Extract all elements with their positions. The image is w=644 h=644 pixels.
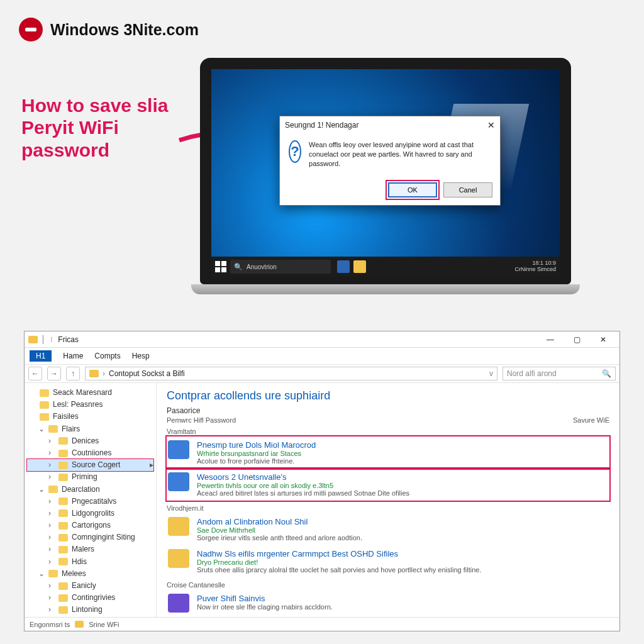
expand-icon: › xyxy=(48,556,55,568)
ribbon-tab-compts[interactable]: Compts xyxy=(94,352,120,360)
expand-icon: › xyxy=(48,604,55,616)
laptop-mockup: Seungnd 1! Nendagar ✕ ? Wean offls leoy … xyxy=(200,58,571,294)
item-subtitle: Wrhirte brsunpastsnard iar Staces xyxy=(197,450,316,457)
tree-node[interactable]: ›Lintoning xyxy=(27,604,153,616)
tree-node[interactable]: ›Cartorigons xyxy=(27,519,153,531)
start-button[interactable] xyxy=(215,261,226,272)
item-subtitle: Sae Dove Mithrhell xyxy=(197,526,362,534)
tree-node[interactable]: ›Pngecatitalvs xyxy=(27,496,153,508)
expand-icon: › xyxy=(48,435,55,447)
tree-node[interactable]: ›Coutniiones xyxy=(27,447,153,459)
item-desc: Acolue to frore porfaivie fhteine. xyxy=(197,457,316,465)
content-item[interactable]: Pnesmp ture Dols Miol MarocrodWrhirte br… xyxy=(167,436,609,469)
chevron-right-icon: › xyxy=(103,369,105,378)
desktop-screen: Seungnd 1! Nendagar ✕ ? Wean offls leoy … xyxy=(200,58,571,284)
content-item[interactable]: Nadhw Sls eifils mrgenter Carmmpct Best … xyxy=(167,545,609,577)
explorer-window: ▏ ⁞ Fricas — ▢ ✕ H1 Hame Compts Hesp ← →… xyxy=(24,331,620,631)
item-desc: Now irr otee sle lfle claging rnabirs ac… xyxy=(197,603,333,611)
taskbar-app-1[interactable] xyxy=(337,260,350,273)
explorer-search[interactable]: Nord alfi arond 🔍 xyxy=(502,367,616,380)
folder-icon xyxy=(58,534,68,541)
breadcrumb[interactable]: › Contoput Sockst a Bilfi v xyxy=(85,367,497,380)
folder-icon xyxy=(58,522,68,530)
item-title: Pnesmp ture Dols Miol Marocrod xyxy=(197,440,316,450)
chevron-right-icon: ▸ xyxy=(150,459,153,471)
system-tray[interactable]: 18:1 10:9 CrNinne Simced xyxy=(514,260,556,273)
folder-icon xyxy=(40,413,49,421)
content-item[interactable]: Puver Shifl SainvisNow irr otee sle lfle… xyxy=(167,590,609,616)
ribbon-tabs: H1 Hame Compts Hesp xyxy=(25,348,619,364)
cancel-button[interactable]: Canel xyxy=(443,182,492,197)
maximize-button[interactable]: ▢ xyxy=(564,333,589,347)
taskbar-app-explorer[interactable] xyxy=(353,260,366,273)
tree-node[interactable]: ›Lidgongrolits xyxy=(27,508,153,519)
tree-node[interactable]: ›Comngingint Siting xyxy=(27,531,153,543)
tree-label: Comngingint Siting xyxy=(72,531,135,543)
item-desc: Aceacl ared bitiret lstes si arturses ir… xyxy=(197,489,409,497)
folder-icon xyxy=(58,462,68,469)
folder-icon xyxy=(58,509,68,517)
folder-icon xyxy=(58,606,68,614)
content-item[interactable]: Wesoors 2 Unetsnvalle'sPewertin tivhls o… xyxy=(167,469,609,501)
status-value: Srine WFi xyxy=(89,621,119,628)
tree-node[interactable]: ⌄Dearclation xyxy=(27,484,153,496)
nav-forward-button[interactable]: → xyxy=(47,367,61,380)
tree-node[interactable]: ⌄Flairs xyxy=(27,423,153,435)
tree-node[interactable]: ›Contingrivies xyxy=(27,592,153,604)
search-icon: 🔍 xyxy=(602,369,611,378)
tree-label: Malers xyxy=(72,543,94,555)
folder-icon xyxy=(58,558,68,565)
folder-icon xyxy=(75,621,84,628)
folder-icon xyxy=(40,389,49,397)
folder-icon xyxy=(58,474,68,481)
item-subtitle: Dryo Prnecariu diet! xyxy=(197,558,481,566)
ribbon-tab-home[interactable]: Hame xyxy=(63,352,83,360)
expand-icon: › xyxy=(48,496,55,508)
tree-node[interactable]: ›Hdis xyxy=(27,556,153,568)
taskbar-search-placeholder: Anuovtrion xyxy=(247,264,277,270)
minimize-button[interactable]: — xyxy=(538,333,563,347)
ribbon-tab-active[interactable]: H1 xyxy=(30,350,52,362)
item-group-3: Puver Shifl SainvisNow irr otee sle lfle… xyxy=(167,590,609,616)
dialog-title: Seungnd 1! Nendagar xyxy=(285,121,358,130)
expand-icon: › xyxy=(48,508,55,519)
nav-up-button[interactable]: ↑ xyxy=(66,367,80,380)
item-desc: Sruts ohee allis jprarcy alolral tlte uo… xyxy=(197,566,481,574)
breadcrumb-dropdown-icon[interactable]: v xyxy=(489,369,493,378)
tree-node[interactable]: ›Source Cogert▸ xyxy=(27,459,153,471)
nav-back-button[interactable]: ← xyxy=(28,367,42,380)
tree-label: Melees xyxy=(62,568,86,580)
confirm-dialog: Seungnd 1! Nendagar ✕ ? Wean offls leoy … xyxy=(279,116,501,206)
dialog-close-icon[interactable]: ✕ xyxy=(487,120,495,130)
close-button[interactable]: ✕ xyxy=(591,333,616,347)
tree-node[interactable]: ›Eanicly xyxy=(27,580,153,592)
taskbar: 🔍 Anuovtrion 18:1 10:9 CrNinne Simced xyxy=(211,257,560,277)
tree-label: Dearclation xyxy=(62,484,100,496)
tree-node[interactable]: ›Priming xyxy=(27,471,153,483)
ribbon-tab-hesp[interactable]: Hesp xyxy=(132,352,150,360)
status-bar: Engonmsri ts Srine WFi xyxy=(25,617,619,631)
taskbar-search[interactable]: 🔍 Anuovtrion xyxy=(230,260,331,274)
tree-label: Hdis xyxy=(72,556,87,568)
item-group-1: Pnesmp ture Dols Miol MarocrodWrhirte br… xyxy=(167,436,609,501)
tree-node[interactable]: ›Denices xyxy=(27,435,153,447)
tree-node[interactable]: Faisiles xyxy=(27,411,153,423)
section-1: Vramltatn xyxy=(167,428,609,435)
content-item[interactable]: Andom al Clinbration Noul ShilSae Dove M… xyxy=(167,513,609,545)
folder-icon xyxy=(89,370,99,377)
tree-node[interactable]: Seack Maresnard xyxy=(27,387,153,399)
ok-button[interactable]: OK xyxy=(388,182,437,197)
window-titlebar: ▏ ⁞ Fricas — ▢ ✕ xyxy=(25,331,619,348)
tree-node[interactable]: Lesl: Peasnres xyxy=(27,399,153,411)
expand-icon: › xyxy=(48,471,55,483)
item-title: Puver Shifl Sainvis xyxy=(197,594,333,603)
explorer-search-placeholder: Nord alfi arond xyxy=(507,369,557,378)
content-pane: Contprar acollends ure suphiaird Pasaori… xyxy=(157,383,619,617)
tree-node[interactable]: ›Malers xyxy=(27,543,153,555)
expand-icon: ⌄ xyxy=(38,484,45,496)
tree-label: Lesl: Peasnres xyxy=(53,399,103,411)
question-icon: ? xyxy=(289,140,301,163)
tree-node[interactable]: ⌄Melees xyxy=(27,568,153,580)
item-title: Andom al Clinbration Noul Shil xyxy=(197,517,362,526)
folder-icon xyxy=(58,450,68,457)
